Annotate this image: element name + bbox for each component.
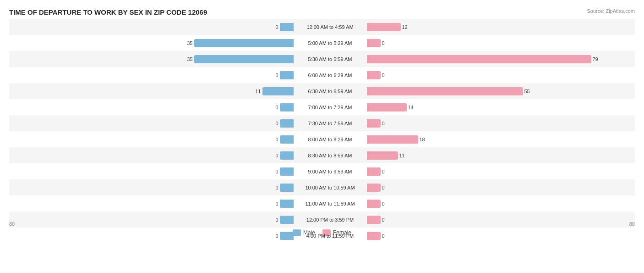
female-value: 0	[382, 40, 385, 46]
chart-title: TIME OF DEPARTURE TO WORK BY SEX IN ZIP …	[9, 8, 635, 16]
bar-left-side: 0	[25, 167, 294, 177]
scale-label-left: 80	[9, 221, 15, 227]
table-row: 0 9:00 AM to 9:59 AM 0	[9, 163, 635, 179]
bar-female: 14	[367, 103, 407, 111]
female-value: 14	[408, 105, 414, 110]
bars-wrapper: 0 8:00 AM to 8:29 AM 18	[25, 131, 635, 147]
bar-left-side: 0	[25, 231, 294, 241]
time-label: 7:30 AM to 7:59 AM	[294, 121, 367, 126]
bar-right-side: 18	[367, 134, 635, 145]
bar-right-side: 79	[367, 54, 635, 64]
male-value: 35	[187, 56, 192, 62]
bar-female: 79	[367, 55, 591, 63]
bar-female: 0	[367, 184, 381, 192]
bar-female: 0	[367, 167, 381, 176]
bar-right-side: 0	[367, 167, 635, 177]
bar-left-side: 0	[25, 150, 294, 161]
bar-left-side: 0	[25, 118, 294, 128]
bar-male: 0	[280, 200, 294, 208]
bar-left-side: 0	[25, 199, 294, 209]
male-value: 0	[275, 185, 278, 190]
bar-female: 0	[367, 71, 381, 79]
time-label: 12:00 AM to 4:59 AM	[294, 24, 367, 30]
bar-male: 0	[280, 232, 294, 240]
male-value: 0	[275, 201, 278, 206]
female-value: 79	[593, 56, 598, 62]
table-row: 0 7:00 AM to 7:29 AM 14	[9, 99, 635, 115]
bar-right-side: 11	[367, 150, 635, 161]
bar-left-side: 0	[25, 70, 294, 80]
bars-wrapper: 35 5:00 AM to 5:29 AM 0	[25, 35, 635, 51]
chart-area: 0 12:00 AM to 4:59 AM 12 35 5:00 A	[9, 19, 635, 238]
male-value: 0	[275, 169, 278, 174]
table-row: 35 5:00 AM to 5:29 AM 0	[9, 35, 635, 51]
bar-male: 0	[280, 216, 294, 224]
bar-left-side: 35	[25, 54, 294, 64]
bars-wrapper: 0 9:00 AM to 9:59 AM 0	[25, 163, 635, 179]
bar-female: 0	[367, 232, 381, 240]
male-value: 0	[275, 137, 278, 142]
bar-right-side: 0	[367, 183, 635, 193]
chart-container: TIME OF DEPARTURE TO WORK BY SEX IN ZIP …	[0, 0, 644, 273]
bar-male: 0	[280, 151, 294, 160]
bar-female: 0	[367, 39, 381, 47]
bar-left-side: 0	[25, 183, 294, 193]
male-value: 35	[187, 40, 192, 46]
bar-female: 0	[367, 200, 381, 208]
bars-wrapper: 0 11:00 AM to 11:59 AM 0	[25, 195, 635, 212]
bar-female: 0	[367, 216, 381, 224]
time-label: 11:00 AM to 11:59 AM	[294, 201, 367, 206]
bar-male: 35	[194, 39, 294, 47]
male-value: 0	[275, 24, 278, 30]
male-value: 0	[275, 153, 278, 158]
time-label: 10:00 AM to 10:59 AM	[294, 185, 367, 190]
female-value: 0	[382, 185, 385, 190]
time-label: 5:30 AM to 5:59 AM	[294, 56, 367, 62]
time-label: 12:00 PM to 3:59 PM	[294, 217, 367, 223]
source-text: Source: ZipAtlas.com	[587, 8, 635, 14]
bars-wrapper: 0 8:30 AM to 8:59 AM 11	[25, 147, 635, 163]
male-value: 0	[275, 105, 278, 110]
bar-female: 12	[367, 23, 401, 31]
bar-male: 0	[280, 23, 294, 31]
bar-right-side: 0	[367, 199, 635, 209]
bar-right-side: 0	[367, 70, 635, 80]
table-row: 11 6:30 AM to 6:59 AM 55	[9, 83, 635, 99]
female-value: 12	[402, 24, 408, 30]
table-row: 0 12:00 PM to 3:59 PM 0	[9, 212, 635, 228]
male-value: 0	[275, 72, 278, 78]
male-value: 11	[255, 89, 261, 94]
time-label: 8:30 AM to 8:59 AM	[294, 153, 367, 158]
bar-male: 0	[280, 135, 294, 144]
bar-right-side: 55	[367, 86, 635, 96]
bars-wrapper: 0 12:00 PM to 3:59 PM 0	[25, 212, 635, 228]
male-value: 0	[275, 233, 278, 239]
female-value: 0	[382, 201, 385, 206]
bar-right-side: 14	[367, 102, 635, 112]
bar-left-side: 11	[25, 86, 294, 96]
bars-wrapper: 0 12:00 AM to 4:59 AM 12	[25, 19, 635, 35]
table-row: 0 7:30 AM to 7:59 AM 0	[9, 115, 635, 131]
rows-container: 0 12:00 AM to 4:59 AM 12 35 5:00 A	[9, 19, 635, 224]
female-value: 18	[420, 137, 425, 142]
bar-left-side: 0	[25, 134, 294, 145]
bars-wrapper: 11 6:30 AM to 6:59 AM 55	[25, 83, 635, 99]
bar-left-side: 0	[25, 22, 294, 32]
time-label: 8:00 AM to 8:29 AM	[294, 137, 367, 142]
bar-female: 11	[367, 151, 398, 160]
time-label: 9:00 AM to 9:59 AM	[294, 169, 367, 174]
bars-wrapper: 0 7:00 AM to 7:29 AM 14	[25, 99, 635, 115]
female-value: 11	[399, 153, 405, 158]
bars-wrapper: 35 5:30 AM to 5:59 AM 79	[25, 51, 635, 67]
bar-right-side: 0	[367, 38, 635, 48]
bar-female: 18	[367, 135, 418, 144]
table-row: 0 8:30 AM to 8:59 AM 11	[9, 147, 635, 163]
bar-male: 35	[194, 55, 294, 63]
male-value: 0	[275, 217, 278, 223]
female-value: 55	[524, 89, 530, 94]
bar-male: 0	[280, 119, 294, 128]
bar-left-side: 0	[25, 102, 294, 112]
time-label: 6:30 AM to 6:59 AM	[294, 89, 367, 94]
female-value: 0	[382, 217, 385, 223]
time-label: 5:00 AM to 5:29 AM	[294, 40, 367, 46]
